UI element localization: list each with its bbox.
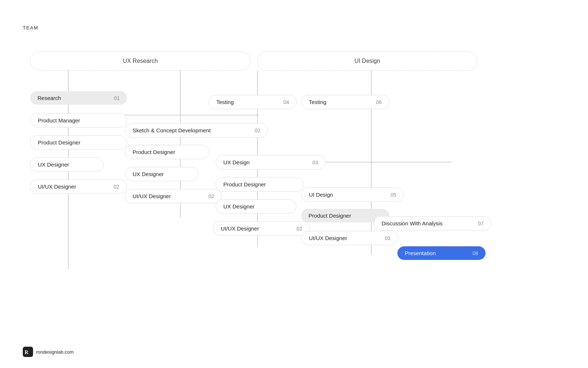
footer-url: rondesignlab.com xyxy=(36,349,74,355)
uiux-designer-col4-node: UI/UX Designer 03 xyxy=(301,231,398,245)
uiux-designer-col3-node: UI/UX Designer 02 xyxy=(213,221,310,236)
ux-research-section: UX Research xyxy=(30,51,250,71)
sketch-node: Sketch & Concept Development 02 xyxy=(125,123,268,137)
svg-text:R: R xyxy=(25,350,29,355)
uiux-designer-col1-node: UI/UX Designer 02 xyxy=(30,179,127,194)
page-title: TEAM xyxy=(23,25,38,31)
footer: R rondesignlab.com xyxy=(23,347,74,357)
product-designer-col3-node: Product Designer xyxy=(216,177,304,192)
product-designer-col1-node: Product Designer xyxy=(30,135,127,150)
ux-designer-col3-node: UX Designer xyxy=(216,199,296,214)
discussion-node: Discussion With Analysis 07 xyxy=(374,216,491,231)
research-node: Research 01 xyxy=(30,91,127,105)
presentation-node[interactable]: Presentation 08 xyxy=(397,246,486,260)
product-manager-node: Product Manager xyxy=(30,113,127,128)
testing-col2-node: Testing 04 xyxy=(209,95,297,109)
ux-design-node: UX Design 03 xyxy=(216,155,326,169)
ui-design-section: UI Design xyxy=(257,51,477,71)
ui-design-node: UI Design 05 xyxy=(301,187,404,202)
brand-logo-icon: R xyxy=(23,347,33,357)
ux-designer-col2-node: UX Designer xyxy=(125,167,198,181)
product-designer-col2-node: Product Designer xyxy=(125,145,209,159)
testing-col3-node: Testing 06 xyxy=(301,95,389,109)
ux-designer-col1-node: UX Designer xyxy=(30,157,104,172)
uiux-designer-col2-node: UI/UX Designer 02 xyxy=(125,189,222,203)
